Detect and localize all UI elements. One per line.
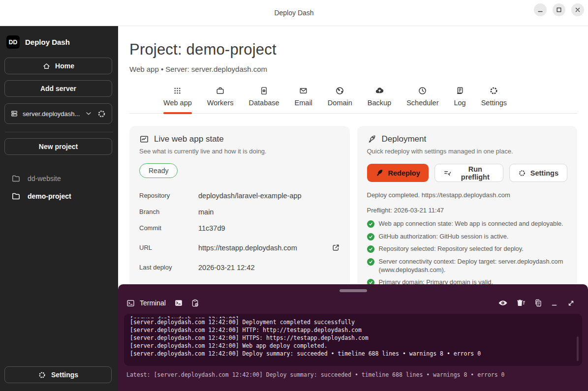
rocket-icon	[367, 134, 377, 144]
tab-scheduler[interactable]: Scheduler	[406, 86, 438, 113]
new-project-button[interactable]: New project	[4, 138, 112, 155]
check-circle-icon	[367, 258, 374, 266]
deployment-actions: Redeploy Run preflight Settings	[367, 164, 568, 182]
gear-icon	[518, 169, 526, 177]
panel-drag-handle[interactable]	[340, 289, 367, 292]
clipboard-icon	[191, 299, 199, 307]
field-row-last-deploy: Last deploy 2026-03-21 12:42	[139, 259, 340, 275]
field-row-url: URL https://testapp.deploydash.com	[139, 240, 340, 256]
add-server-button[interactable]: Add server	[4, 80, 112, 97]
tab-label: Scheduler	[406, 99, 438, 107]
clear-terminal-button[interactable]	[516, 299, 526, 307]
add-server-label: Add server	[40, 85, 76, 92]
terminal-line: [server.deploydash.com 12:42:00] HTTP: h…	[130, 326, 576, 334]
check-text: Server connectivity context: Deploy targ…	[379, 258, 568, 274]
grid-icon	[173, 86, 182, 95]
home-label: Home	[55, 62, 74, 70]
field-value: https://testapp.deploydash.com	[198, 244, 297, 252]
copy-button[interactable]	[534, 299, 542, 307]
project-name: demo-project	[28, 192, 71, 200]
tab-email[interactable]: Email	[295, 86, 312, 113]
terminal-line: [server.deploydash.com 12:42:00] HTTPS: …	[130, 334, 576, 342]
tab-database[interactable]: Database	[249, 86, 279, 113]
page-subtitle: Web app • Server: server.deploydash.com	[129, 65, 588, 73]
sidebar-item-demo-project[interactable]: demo-project	[0, 187, 118, 205]
card-title: Live web app state	[154, 134, 224, 144]
sidebar-settings-label: Settings	[51, 371, 78, 379]
rocket-icon	[375, 169, 384, 177]
tab-label: Database	[249, 99, 279, 107]
card-grid: Live web app state See what is currently…	[129, 126, 577, 309]
server-selector[interactable]: server.deploydash...	[4, 103, 112, 124]
new-terminal-button[interactable]	[174, 299, 183, 307]
tab-web-app[interactable]: Web app	[163, 86, 192, 113]
server-selector-value: server.deploydash...	[23, 110, 80, 118]
sidebar-divider	[5, 132, 113, 132]
terminal-header: Terminal	[118, 299, 588, 307]
preflight-check: Web app connection state: Web app is con…	[367, 220, 568, 228]
minimize-button[interactable]	[534, 3, 547, 16]
sidebar-item-dd-website[interactable]: dd-website	[0, 170, 118, 187]
titlebar: Deploy Dash	[0, 0, 588, 26]
tab-workers[interactable]: Workers	[207, 86, 234, 113]
expand-icon	[567, 299, 575, 307]
tab-label: Log	[454, 99, 465, 107]
terminal-scrollbar[interactable]	[577, 336, 579, 361]
preflight-check: Repository selected: Repository selected…	[367, 245, 568, 253]
project-name: dd-website	[28, 175, 61, 182]
field-value: 2026-03-21 12:42	[198, 264, 255, 271]
tab-log[interactable]: Log	[454, 86, 465, 113]
minimize-panel-button[interactable]	[551, 299, 558, 307]
tab-label: Settings	[481, 99, 507, 107]
maximize-button[interactable]	[553, 3, 565, 16]
field-label: Branch	[139, 208, 198, 215]
check-circle-icon	[367, 233, 374, 241]
minimize-icon	[551, 299, 558, 307]
tab-label: Workers	[207, 99, 234, 107]
live-web-app-state-card: Live web app state See what is currently…	[129, 126, 350, 309]
field-list: Repository deploydash/laravel-example-ap…	[139, 187, 340, 275]
close-button[interactable]	[571, 3, 584, 16]
check-circle-icon	[367, 220, 374, 228]
preflight-check: Server connectivity context: Deploy targ…	[367, 258, 568, 274]
tab-domain[interactable]: Domain	[328, 86, 352, 113]
redeploy-button[interactable]: Redeploy	[367, 164, 429, 182]
copy-icon	[534, 299, 542, 307]
folder-icon	[11, 191, 21, 201]
gear-icon	[38, 371, 46, 379]
close-icon	[575, 7, 581, 13]
deployment-settings-button[interactable]: Settings	[509, 164, 567, 182]
terminal-panel: Terminal	[118, 284, 588, 391]
clipboard-button[interactable]	[191, 299, 199, 307]
check-text: Repository selected: Repository selected…	[379, 245, 524, 253]
deploy-status-text: Deploy completed. https://testapp.deploy…	[367, 191, 568, 199]
redeploy-label: Redeploy	[388, 169, 420, 177]
eye-button[interactable]	[498, 299, 508, 307]
expand-panel-button[interactable]	[567, 299, 575, 307]
sidebar-settings-button[interactable]: Settings	[4, 366, 112, 383]
home-button[interactable]: Home	[4, 58, 112, 74]
check-text: Web app connection state: Web app is con…	[379, 220, 563, 228]
project-list: dd-website demo-project	[0, 170, 118, 205]
field-label: Commit	[139, 224, 198, 232]
tab-settings[interactable]: Settings	[481, 86, 507, 113]
status-badge: Ready	[139, 163, 178, 178]
globe-icon	[335, 86, 344, 95]
tab-backup[interactable]: Backup	[368, 86, 391, 113]
card-header: Deployment	[367, 134, 568, 144]
terminal-output[interactable]: [server.deploydash.com 12:42:00] [server…	[124, 314, 582, 366]
window-controls	[534, 3, 584, 16]
external-link-icon[interactable]	[332, 243, 340, 252]
terminal-tab[interactable]: Terminal	[126, 299, 166, 307]
sidebar: DD Deploy Dash Home Add server server.de…	[0, 26, 118, 391]
server-gear-icon[interactable]	[97, 109, 106, 119]
run-preflight-button[interactable]: Run preflight	[434, 164, 503, 182]
field-value: main	[198, 208, 214, 216]
server-icon	[10, 110, 18, 118]
field-label: Repository	[139, 192, 198, 199]
tab-label: Domain	[328, 99, 352, 107]
app-logo: DD	[6, 35, 20, 49]
field-row-branch: Branch main	[139, 204, 340, 220]
folder-icon	[11, 174, 21, 183]
terminal-icon	[126, 299, 135, 307]
